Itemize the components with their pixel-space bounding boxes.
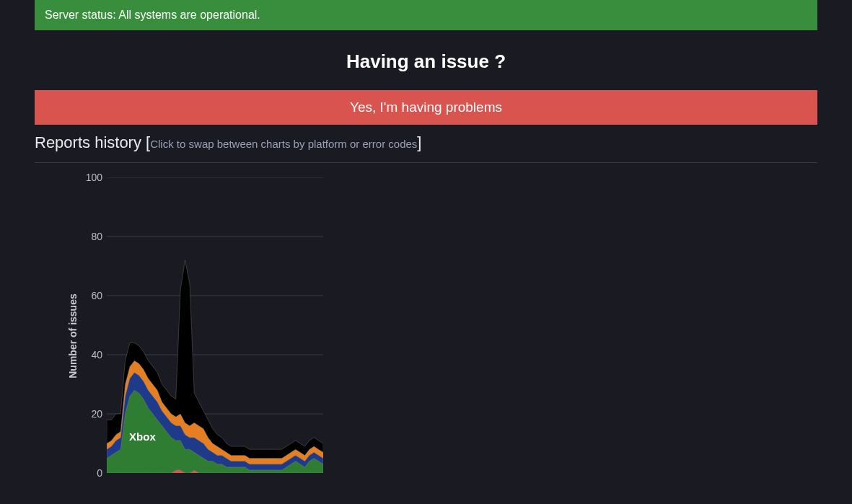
having-issue-heading: Having an issue ? [35,50,817,73]
reports-history-header[interactable]: Reports history [Click to swap between c… [35,133,817,152]
status-bar: Server status: All systems are operation… [35,0,817,30]
series-annotation: Xbox [129,430,156,443]
chart-swap-hint[interactable]: Click to swap between charts by platform… [150,138,417,150]
yes-having-problems-button[interactable]: Yes, I'm having problems [35,90,817,125]
status-text: Server status: All systems are operation… [45,9,260,21]
chart-plot-area [107,177,323,473]
y-axis-ticks: 020406080100 [72,177,107,473]
reports-title: Reports history [35,133,141,151]
reports-chart[interactable]: Number of issues 020406080100 Xbox [35,177,817,495]
divider [35,162,817,163]
